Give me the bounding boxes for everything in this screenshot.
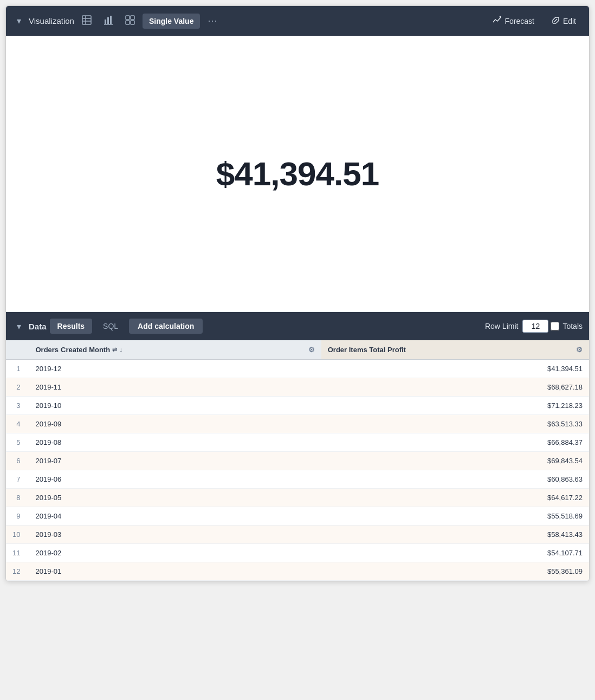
more-options-button[interactable]: ··· (203, 12, 222, 30)
date-cell: 2019-08 (29, 433, 321, 452)
row-number-cell: 7 (6, 470, 29, 489)
month-col-gear-icon[interactable]: ⚙ (308, 346, 315, 354)
profit-cell: $41,394.51 (321, 360, 589, 378)
toolbar-right: Forecast Edit (486, 12, 583, 29)
top-toolbar: ▾ Visualization (6, 6, 589, 36)
data-chevron[interactable]: ▾ (12, 318, 25, 335)
totals-label: Totals (562, 322, 583, 330)
row-num-header (6, 340, 29, 360)
profit-cell: $60,863.63 (321, 470, 589, 489)
single-value-display: $41,394.51 (216, 154, 379, 193)
table-row: 42019-09$63,513.33 (6, 415, 589, 433)
table-row: 32019-10$71,218.23 (6, 397, 589, 415)
profit-cell: $66,884.37 (321, 433, 589, 452)
edit-icon (552, 16, 560, 26)
date-cell: 2019-10 (29, 397, 321, 415)
pivot-icon (125, 15, 135, 27)
date-cell: 2019-06 (29, 470, 321, 489)
table-container: Orders Created Month ⇌ ↓ ⚙ Order Items T… (6, 340, 589, 581)
profit-column-header: Order Items Total Profit ⚙ (321, 340, 589, 360)
month-col-prefix: Orders (35, 346, 59, 354)
date-cell: 2019-05 (29, 489, 321, 507)
row-number-cell: 11 (6, 544, 29, 562)
month-col-strong: Created Month (61, 346, 110, 354)
profit-cell: $58,413.43 (321, 526, 589, 544)
profit-cell: $71,218.23 (321, 397, 589, 415)
row-number-cell: 6 (6, 452, 29, 470)
svg-rect-10 (126, 21, 130, 24)
row-number-cell: 4 (6, 415, 29, 433)
table-body: 12019-12$41,394.5122019-11$68,627.183201… (6, 360, 589, 581)
profit-cell: $54,107.71 (321, 544, 589, 562)
data-toolbar: ▾ Data Results SQL Add calculation Row L… (6, 312, 589, 340)
table-icon (82, 15, 92, 27)
profit-cell: $63,513.33 (321, 415, 589, 433)
date-cell: 2019-07 (29, 452, 321, 470)
row-number-cell: 8 (6, 489, 29, 507)
visualization-area: $41,394.51 (6, 36, 589, 312)
edit-label: Edit (563, 17, 576, 25)
table-row: 112019-02$54,107.71 (6, 544, 589, 562)
add-calculation-button[interactable]: Add calculation (129, 319, 203, 334)
row-number-cell: 2 (6, 378, 29, 397)
profit-col-strong: Total Profit (369, 346, 406, 354)
data-chevron-icon: ▾ (17, 321, 21, 332)
bar-chart-icon (104, 15, 113, 27)
month-column-header: Orders Created Month ⇌ ↓ ⚙ (29, 340, 321, 360)
row-number-cell: 12 (6, 562, 29, 581)
row-limit-input[interactable] (522, 320, 548, 333)
table-view-button[interactable] (77, 12, 96, 30)
data-toolbar-left: ▾ Data Results SQL Add calculation (12, 318, 483, 335)
totals-checkbox[interactable] (551, 322, 559, 330)
results-tab[interactable]: Results (50, 319, 93, 334)
profit-col-gear-icon[interactable]: ⚙ (576, 346, 583, 354)
row-limit-section: Row Limit (485, 320, 548, 333)
table-row: 82019-05$64,617.22 (6, 489, 589, 507)
visualization-label: Visualization (29, 16, 74, 25)
forecast-button[interactable]: Forecast (486, 12, 540, 29)
profit-cell: $69,843.54 (321, 452, 589, 470)
pivot-button[interactable] (121, 12, 139, 30)
forecast-icon (493, 16, 501, 26)
data-table: Orders Created Month ⇌ ↓ ⚙ Order Items T… (6, 340, 589, 581)
bar-chart-button[interactable] (99, 12, 118, 30)
table-header-row: Orders Created Month ⇌ ↓ ⚙ Order Items T… (6, 340, 589, 360)
visualization-chevron[interactable]: ▾ (12, 12, 25, 29)
sql-tab[interactable]: SQL (95, 319, 126, 334)
row-number-cell: 3 (6, 397, 29, 415)
app-container: ▾ Visualization (5, 5, 590, 581)
date-cell: 2019-11 (29, 378, 321, 397)
chevron-down-icon: ▾ (17, 16, 21, 26)
totals-section: Totals (551, 322, 583, 330)
date-cell: 2019-04 (29, 507, 321, 526)
data-label: Data (29, 322, 47, 331)
svg-rect-5 (107, 17, 109, 24)
single-value-tab[interactable]: Single Value (143, 14, 200, 29)
table-row: 12019-12$41,394.51 (6, 360, 589, 378)
row-number-cell: 1 (6, 360, 29, 378)
svg-rect-11 (131, 21, 134, 24)
profit-cell: $64,617.22 (321, 489, 589, 507)
row-number-cell: 10 (6, 526, 29, 544)
svg-rect-0 (82, 16, 91, 24)
edit-button[interactable]: Edit (545, 13, 583, 29)
profit-col-title: Order Items Total Profit (328, 346, 406, 354)
table-row: 72019-06$60,863.63 (6, 470, 589, 489)
date-cell: 2019-03 (29, 526, 321, 544)
svg-rect-8 (126, 16, 130, 20)
date-cell: 2019-09 (29, 415, 321, 433)
svg-rect-9 (131, 16, 134, 20)
profit-cell: $68,627.18 (321, 378, 589, 397)
profit-cell: $55,518.69 (321, 507, 589, 526)
table-row: 22019-11$68,627.18 (6, 378, 589, 397)
row-number-cell: 9 (6, 507, 29, 526)
table-row: 62019-07$69,843.54 (6, 452, 589, 470)
table-row: 122019-01$55,361.09 (6, 562, 589, 581)
table-row: 92019-04$55,518.69 (6, 507, 589, 526)
profit-cell: $55,361.09 (321, 562, 589, 581)
date-cell: 2019-01 (29, 562, 321, 581)
forecast-label: Forecast (505, 17, 534, 25)
svg-line-19 (556, 21, 559, 23)
row-number-cell: 5 (6, 433, 29, 452)
svg-rect-6 (110, 16, 112, 24)
